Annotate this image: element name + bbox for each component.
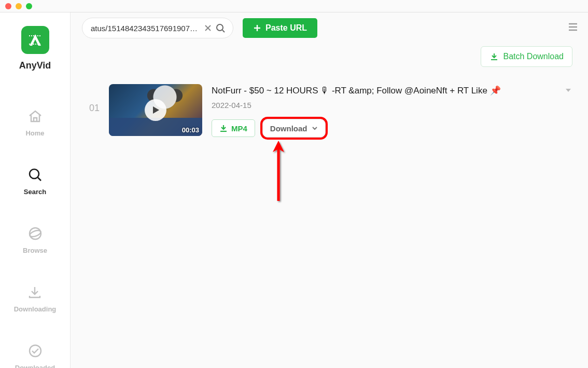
paste-url-label: Paste URL <box>265 23 307 33</box>
app-name: AnyVid <box>19 60 51 71</box>
result-duration: 00:03 <box>182 126 199 134</box>
search-field-wrap <box>82 18 233 38</box>
search-input[interactable] <box>91 24 202 33</box>
globe-icon <box>26 225 44 242</box>
result-index: 01 <box>86 84 100 114</box>
svg-point-6 <box>30 345 41 357</box>
sidebar-item-label: Home <box>25 129 44 137</box>
result-row: 01 00:03 NotFurr - $50 ~ 12 HOURS 🎙 -RT … <box>86 84 572 138</box>
annotation-arrow <box>271 140 286 207</box>
app-logo-icon <box>21 26 49 54</box>
home-icon <box>26 107 44 125</box>
plus-icon <box>253 24 261 32</box>
expand-caret-icon[interactable] <box>564 86 572 97</box>
sidebar: AnyVid Home <box>0 12 71 368</box>
topbar: Paste URL <box>71 12 588 44</box>
play-icon <box>145 99 166 121</box>
window-minimize-button[interactable] <box>16 3 22 9</box>
download-icon <box>489 52 499 61</box>
svg-point-2 <box>30 169 39 179</box>
download-dropdown-label: Download <box>270 124 307 133</box>
batch-download-label: Batch Download <box>503 52 564 61</box>
chevron-down-icon <box>312 125 318 131</box>
batch-download-button[interactable]: Batch Download <box>481 46 572 67</box>
toolbar: Batch Download <box>71 44 588 70</box>
main-panel: Paste URL Batch Download 01 <box>71 12 588 368</box>
sidebar-item-label: Downloaded <box>15 364 55 368</box>
check-circle-icon <box>26 342 44 360</box>
sidebar-item-label: Downloading <box>14 305 57 313</box>
sidebar-item-label: Browse <box>23 247 47 254</box>
result-thumbnail[interactable]: 00:03 <box>109 84 202 136</box>
sidebar-item-search[interactable]: Search <box>24 166 46 196</box>
sidebar-item-browse[interactable]: Browse <box>23 225 47 254</box>
menu-icon[interactable] <box>567 21 579 35</box>
sidebar-item-label: Search <box>24 188 46 196</box>
sidebar-item-home[interactable]: Home <box>25 107 44 137</box>
download-icon <box>26 283 44 301</box>
result-date: 2022-04-15 <box>212 101 572 110</box>
mp4-label: MP4 <box>231 124 247 133</box>
svg-line-3 <box>38 178 41 181</box>
paste-url-button[interactable]: Paste URL <box>243 18 317 38</box>
sidebar-item-downloaded[interactable]: Downloaded <box>15 342 55 368</box>
sidebar-item-downloading[interactable]: Downloading <box>14 283 57 313</box>
svg-line-10 <box>222 30 225 32</box>
clear-icon[interactable] <box>202 22 214 34</box>
window-maximize-button[interactable] <box>26 3 32 9</box>
search-icon <box>26 166 44 184</box>
download-dropdown-button[interactable]: Download <box>262 119 326 138</box>
svg-point-9 <box>217 24 223 31</box>
result-title: NotFurr - $50 ~ 12 HOURS 🎙 -RT &amp; Fol… <box>212 85 572 97</box>
window-titlebar <box>0 0 588 12</box>
mp4-download-button[interactable]: MP4 <box>212 119 255 137</box>
search-icon[interactable] <box>214 22 227 34</box>
download-icon <box>219 124 228 132</box>
window-close-button[interactable] <box>5 3 11 9</box>
